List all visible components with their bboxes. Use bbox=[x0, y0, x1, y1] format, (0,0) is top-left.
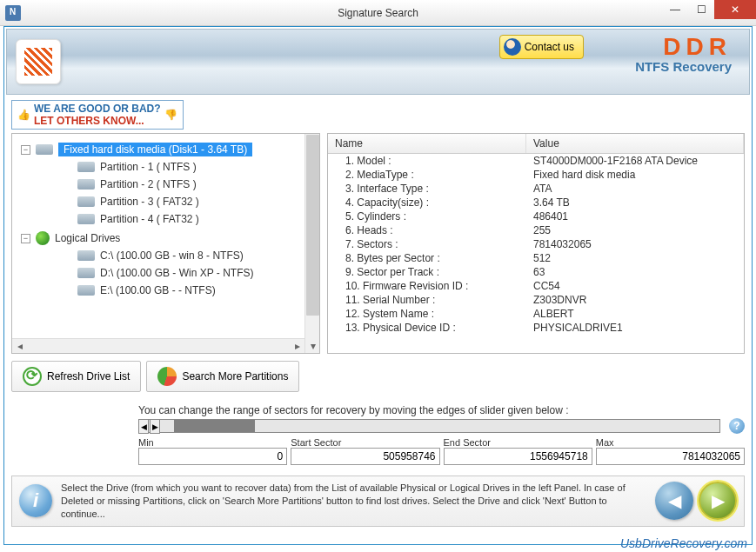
titlebar: Signature Search — ☐ ✕ bbox=[0, 0, 756, 26]
tree-logical-item[interactable]: C:\ (100.00 GB - win 8 - NTFS) bbox=[63, 247, 319, 264]
thumb-down-icon: 👎 bbox=[164, 109, 177, 121]
footer-text: Select the Drive (from which you want to… bbox=[61, 482, 646, 521]
column-header-value[interactable]: Value bbox=[526, 134, 744, 153]
table-row[interactable]: 2. MediaType :Fixed hard disk media bbox=[328, 168, 744, 182]
next-button[interactable]: ▶ bbox=[699, 482, 737, 520]
product-name: NTFS Recovery bbox=[635, 59, 732, 74]
logical-drives-label[interactable]: Logical Drives bbox=[55, 232, 120, 244]
column-header-name[interactable]: Name bbox=[328, 134, 526, 153]
refresh-drive-list-button[interactable]: Refresh Drive List bbox=[11, 361, 141, 392]
min-label: Min bbox=[138, 437, 287, 448]
table-row[interactable]: 3. Interface Type :ATA bbox=[328, 182, 744, 196]
partition-label[interactable]: Partition - 2 ( NTFS ) bbox=[100, 178, 197, 190]
tree-partition-item[interactable]: Partition - 4 ( FAT32 ) bbox=[63, 210, 319, 228]
sector-hint: You can change the range of sectors for … bbox=[138, 404, 745, 416]
contact-us-button[interactable]: Contact us bbox=[499, 35, 584, 59]
tree-root-disk[interactable]: − Fixed hard disk media (Disk1 - 3.64 TB… bbox=[21, 141, 319, 158]
min-input[interactable] bbox=[138, 448, 287, 465]
table-row[interactable]: 9. Sector per Track :63 bbox=[328, 265, 744, 279]
end-sector-label: End Sector bbox=[444, 437, 592, 448]
slider-right-arrow-icon[interactable]: ▶ bbox=[150, 419, 160, 434]
max-input[interactable] bbox=[596, 448, 745, 465]
hard-disk-icon bbox=[77, 162, 95, 172]
feedback-strip: 👍 WE ARE GOOD OR BAD? LET OTHERS KNOW...… bbox=[11, 100, 750, 130]
hard-disk-icon bbox=[77, 285, 95, 296]
end-sector-input[interactable] bbox=[444, 448, 592, 465]
property-value: CC54 bbox=[526, 280, 744, 292]
globe-icon bbox=[36, 231, 50, 245]
tree-logical-item[interactable]: D:\ (100.00 GB - Win XP - NTFS) bbox=[63, 264, 319, 282]
table-row[interactable]: 8. Bytes per Sector :512 bbox=[328, 251, 744, 265]
property-value: PHYSICALDRIVE1 bbox=[526, 322, 744, 334]
logical-drive-label[interactable]: D:\ (100.00 GB - Win XP - NTFS) bbox=[100, 267, 253, 279]
partition-label[interactable]: Partition - 4 ( FAT32 ) bbox=[100, 213, 199, 225]
window-title: Signature Search bbox=[338, 7, 418, 19]
tree-partition-item[interactable]: Partition - 1 ( NTFS ) bbox=[63, 158, 319, 176]
thumb-up-icon: 👍 bbox=[17, 109, 30, 121]
hard-disk-icon bbox=[77, 268, 95, 278]
contact-label: Contact us bbox=[525, 41, 574, 53]
tree-logical-header[interactable]: − Logical Drives bbox=[21, 229, 319, 247]
partition-label[interactable]: Partition - 3 ( FAT32 ) bbox=[100, 196, 199, 208]
help-icon[interactable]: ? bbox=[729, 418, 745, 434]
max-label: Max bbox=[596, 437, 745, 448]
partition-label[interactable]: Partition - 1 ( NTFS ) bbox=[100, 161, 197, 173]
hard-disk-icon bbox=[77, 214, 95, 224]
start-sector-label: Start Sector bbox=[291, 437, 439, 448]
property-name: 9. Sector per Track : bbox=[328, 266, 526, 278]
slider-left-arrow-icon[interactable]: ◀ bbox=[138, 419, 149, 434]
table-row[interactable]: 1. Model :ST4000DM000-1F2168 ATA Device bbox=[328, 154, 744, 168]
property-value: 7814032065 bbox=[526, 238, 744, 250]
logical-drive-label[interactable]: C:\ (100.00 GB - win 8 - NTFS) bbox=[100, 249, 244, 262]
table-row[interactable]: 6. Heads :255 bbox=[328, 223, 744, 237]
property-value: 255 bbox=[526, 224, 744, 236]
property-name: 2. MediaType : bbox=[328, 169, 526, 181]
start-sector-input[interactable] bbox=[291, 448, 439, 465]
property-value: 63 bbox=[526, 266, 744, 278]
expander-icon[interactable]: − bbox=[21, 145, 30, 155]
close-button[interactable]: ✕ bbox=[714, 0, 756, 19]
property-value: Fixed hard disk media bbox=[526, 169, 744, 181]
pie-chart-icon bbox=[157, 367, 177, 386]
feedback-line2: LET OTHERS KNOW... bbox=[34, 115, 144, 127]
tree-horizontal-scrollbar[interactable]: ◂▸ bbox=[12, 338, 304, 353]
maximize-button[interactable]: ☐ bbox=[688, 0, 714, 19]
table-row[interactable]: 4. Capacity(size) :3.64 TB bbox=[328, 196, 744, 209]
hard-disk-icon bbox=[36, 144, 53, 155]
tree-partition-item[interactable]: Partition - 3 ( FAT32 ) bbox=[63, 193, 319, 210]
property-name: 11. Serial Number : bbox=[328, 294, 526, 306]
table-row[interactable]: 5. Cylinders :486401 bbox=[328, 209, 744, 223]
sector-range-slider[interactable]: ◀ ▶ bbox=[138, 419, 720, 433]
contact-avatar-icon bbox=[504, 38, 521, 56]
tree-root-label[interactable]: Fixed hard disk media (Disk1 - 3.64 TB) bbox=[58, 143, 252, 156]
tree-vertical-scrollbar[interactable]: ▾ bbox=[304, 134, 319, 353]
hard-disk-icon bbox=[77, 250, 95, 261]
expander-icon[interactable]: − bbox=[21, 234, 30, 243]
feedback-line1: WE ARE GOOD OR BAD? bbox=[34, 103, 161, 115]
tree-partition-item[interactable]: Partition - 2 ( NTFS ) bbox=[63, 176, 319, 193]
app-icon bbox=[5, 5, 21, 21]
property-name: 4. Capacity(size) : bbox=[328, 196, 526, 209]
drive-tree[interactable]: − Fixed hard disk media (Disk1 - 3.64 TB… bbox=[11, 133, 320, 354]
table-row[interactable]: 10. Firmware Revision ID :CC54 bbox=[328, 279, 744, 293]
property-name: 5. Cylinders : bbox=[328, 210, 526, 223]
property-name: 7. Sectors : bbox=[328, 238, 526, 250]
slider-selected-range[interactable] bbox=[174, 420, 255, 432]
property-name: 8. Bytes per Sector : bbox=[328, 252, 526, 264]
footer-bar: i Select the Drive (from which you want … bbox=[11, 476, 745, 527]
search-label: Search More Partitions bbox=[182, 370, 288, 382]
brand-name: DDR bbox=[635, 33, 732, 61]
table-row[interactable]: 12. System Name :ALBERT bbox=[328, 307, 744, 321]
table-row[interactable]: 11. Serial Number :Z303DNVR bbox=[328, 293, 744, 307]
minimize-button[interactable]: — bbox=[662, 0, 688, 19]
feedback-button[interactable]: 👍 WE ARE GOOD OR BAD? LET OTHERS KNOW...… bbox=[11, 100, 184, 130]
tree-logical-item[interactable]: E:\ (100.00 GB - - NTFS) bbox=[63, 282, 319, 299]
property-value: 486401 bbox=[526, 210, 744, 223]
previous-button[interactable]: ◀ bbox=[655, 482, 693, 520]
table-row[interactable]: 13. Physical Device ID :PHYSICALDRIVE1 bbox=[328, 321, 744, 335]
banner: Contact us DDR NTFS Recovery bbox=[6, 29, 750, 95]
brand-block: DDR NTFS Recovery bbox=[635, 33, 732, 74]
search-more-partitions-button[interactable]: Search More Partitions bbox=[146, 361, 299, 392]
table-row[interactable]: 7. Sectors :7814032065 bbox=[328, 237, 744, 251]
logical-drive-label[interactable]: E:\ (100.00 GB - - NTFS) bbox=[100, 284, 216, 296]
